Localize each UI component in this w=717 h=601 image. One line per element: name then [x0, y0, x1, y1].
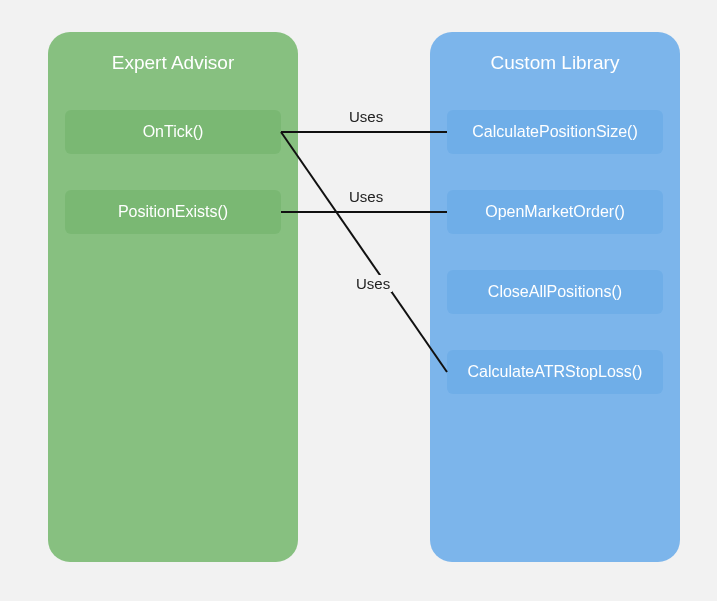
edge-label-uses-3: Uses [354, 275, 392, 292]
edge-label-uses-2: Uses [347, 188, 385, 205]
node-openmarketorder: OpenMarketOrder() [447, 190, 663, 234]
node-label: OnTick() [143, 123, 204, 141]
node-positionexists: PositionExists() [65, 190, 281, 234]
node-label: PositionExists() [118, 203, 228, 221]
edge-label-uses-1: Uses [347, 108, 385, 125]
node-label: CalculatePositionSize() [472, 123, 637, 141]
node-label: CloseAllPositions() [488, 283, 622, 301]
node-closeallpositions: CloseAllPositions() [447, 270, 663, 314]
node-calculatepositionsize: CalculatePositionSize() [447, 110, 663, 154]
custom-library-title: Custom Library [430, 52, 680, 74]
svg-line-2 [281, 132, 447, 372]
node-calculateatrstoploss: CalculateATRStopLoss() [447, 350, 663, 394]
node-label: OpenMarketOrder() [485, 203, 625, 221]
node-label: CalculateATRStopLoss() [468, 363, 643, 381]
expert-advisor-title: Expert Advisor [48, 52, 298, 74]
architecture-diagram: Expert Advisor Custom Library OnTick() P… [0, 0, 717, 601]
node-ontick: OnTick() [65, 110, 281, 154]
